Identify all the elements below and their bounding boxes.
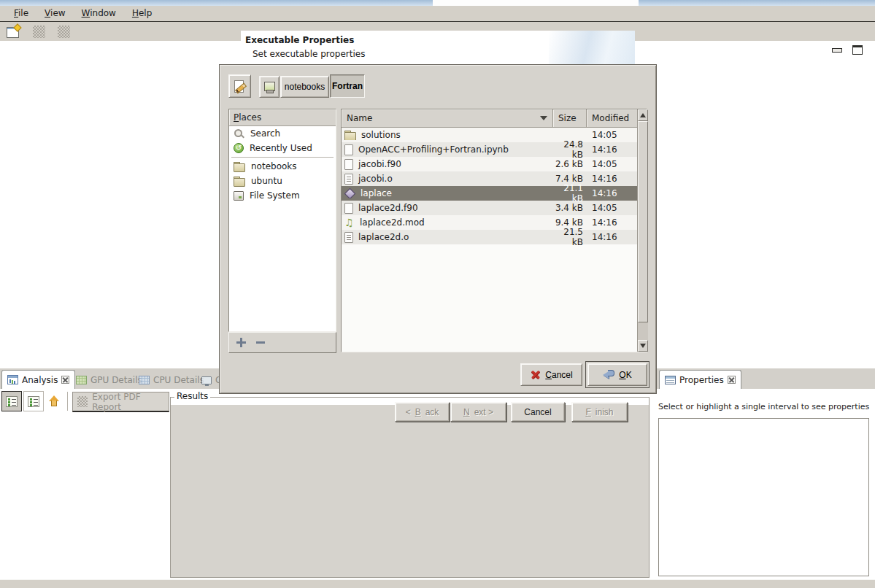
new-session-button[interactable] [5, 23, 23, 39]
results-group-label: Results [174, 391, 210, 401]
header-gradient [549, 31, 635, 64]
column-size[interactable]: Size [553, 109, 587, 128]
guided-analysis-button[interactable] [1, 391, 22, 411]
file-size: 21.5 kB [553, 227, 587, 247]
file-size: 9.4 kB [553, 217, 587, 228]
menu-view[interactable]: View [36, 7, 73, 20]
toolbar-separator [67, 392, 68, 411]
monitor-icon [201, 376, 212, 384]
scrollbar[interactable] [637, 109, 648, 352]
places-actions-bar [228, 332, 336, 353]
close-tab-icon[interactable] [61, 376, 69, 384]
finish-button: Finish [571, 402, 628, 422]
table-row[interactable]: jacobi.o 7.4 kB 14:16 [342, 171, 637, 186]
statusbar [0, 579, 875, 588]
analysis-toolbar: Export PDF Report [0, 389, 169, 414]
executable-icon [344, 188, 356, 198]
file-modified: 14:16 [587, 174, 637, 184]
column-modified[interactable]: Modified [587, 109, 637, 128]
places-header[interactable]: Places [229, 109, 336, 126]
column-name[interactable]: Name [342, 109, 553, 128]
menu-window[interactable]: Window [74, 7, 124, 20]
tab-analysis[interactable]: Analysis [1, 370, 75, 389]
export-pdf-button: Export PDF Report [72, 392, 169, 412]
place-file-system[interactable]: File System [229, 188, 336, 203]
arrow-down-icon [640, 344, 646, 348]
wizard-title: Executable Properties [245, 35, 354, 45]
remove-place-icon [256, 341, 265, 344]
menu-file[interactable]: File [6, 7, 36, 20]
breadcrumb-fortran[interactable]: Fortran [330, 74, 365, 98]
disabled-tool-icon [33, 26, 45, 38]
tab-properties[interactable]: Properties [659, 370, 741, 389]
file-name: solutions [361, 130, 401, 140]
maximize-icon[interactable] [852, 45, 863, 55]
analysis-icon [7, 375, 18, 384]
places-separator [231, 157, 334, 158]
file-modified: 14:16 [587, 217, 637, 228]
place-label: Recently Used [250, 143, 312, 153]
ok-button[interactable]: OK [587, 363, 647, 386]
tab-properties-label: Properties [679, 375, 724, 385]
properties-table-icon [665, 376, 676, 384]
place-label: Search [250, 128, 280, 139]
folder-icon [234, 162, 245, 171]
table-row[interactable]: laplace2d.f90 3.4 kB 14:05 [342, 201, 637, 215]
table-row[interactable]: laplace2d.o 21.5 kB 14:16 [342, 230, 637, 244]
type-filename-button[interactable] [228, 74, 251, 98]
tab-cpu-details[interactable]: CPU Details [136, 372, 207, 388]
scroll-up-button[interactable] [638, 109, 648, 121]
folder-icon [344, 131, 356, 140]
next-button: Next > [450, 402, 506, 422]
table-row[interactable]: jacobi.f90 2.6 kB 14:05 [342, 157, 637, 171]
edit-pencil-icon [234, 80, 247, 93]
wizard-cancel-button[interactable]: Cancel [511, 402, 565, 422]
file-size: 24.8 kB [553, 139, 587, 160]
places-header-label: Places [234, 112, 261, 123]
export-pdf-icon [77, 396, 88, 407]
results-content [171, 405, 649, 577]
properties-list [658, 418, 869, 576]
drive-icon [234, 191, 244, 201]
properties-hint: Select or highlight a single interval to… [658, 402, 869, 411]
unguided-analysis-button[interactable] [23, 391, 44, 411]
computer-icon [263, 81, 275, 93]
ok-arrow-icon [603, 369, 615, 380]
menu-help[interactable]: Help [124, 7, 160, 20]
scroll-down-button[interactable] [638, 340, 648, 352]
place-notebooks[interactable]: notebooks [229, 159, 336, 174]
place-recently-used[interactable]: Recently Used [229, 141, 336, 155]
file-icon [344, 159, 353, 170]
breadcrumb-root-button[interactable] [259, 76, 280, 98]
place-label: File System [250, 190, 300, 201]
wizard-subtitle: Set executable properties [253, 49, 365, 59]
back-up-button[interactable] [44, 391, 64, 411]
breadcrumb-notebooks-label: notebooks [285, 82, 325, 92]
table-row[interactable]: laplace2d.mod 9.4 kB 14:16 [342, 215, 637, 230]
place-ubuntu[interactable]: ubuntu [229, 174, 336, 188]
arrow-up-icon [640, 113, 646, 117]
cancel-button[interactable]: Cancel [520, 363, 582, 386]
scrollbar-thumb[interactable] [638, 121, 648, 322]
window-titlebar-strip [0, 0, 875, 6]
file-list-header: Name Size Modified [342, 109, 647, 128]
ok-button-focus-ring: OK [585, 361, 649, 388]
table-row[interactable]: solutions 14:05 [342, 128, 637, 142]
back-button: < Back [395, 402, 450, 422]
file-modified: 14:05 [587, 203, 637, 213]
list-view-icon [6, 396, 18, 407]
place-search[interactable]: Search [229, 126, 336, 141]
file-size: 2.6 kB [553, 159, 587, 169]
file-name: laplace2d.o [358, 232, 409, 242]
breadcrumb-notebooks[interactable]: notebooks [280, 76, 329, 98]
file-modified: 14:05 [587, 159, 637, 169]
tab-gpu-details[interactable]: GPU Details [73, 372, 145, 388]
minimize-icon[interactable] [832, 48, 842, 53]
object-file-icon [344, 174, 353, 185]
table-row-selected[interactable]: laplace 21.1 kB 14:16 [342, 186, 637, 201]
close-tab-icon[interactable] [728, 376, 736, 384]
table-row[interactable]: OpenACC+Profiling+Fortran.ipynb 24.8 kB … [342, 142, 637, 157]
cancel-label: Cancel [545, 370, 572, 380]
file-name: jacobi.o [358, 174, 393, 184]
place-label: ubuntu [251, 176, 282, 186]
